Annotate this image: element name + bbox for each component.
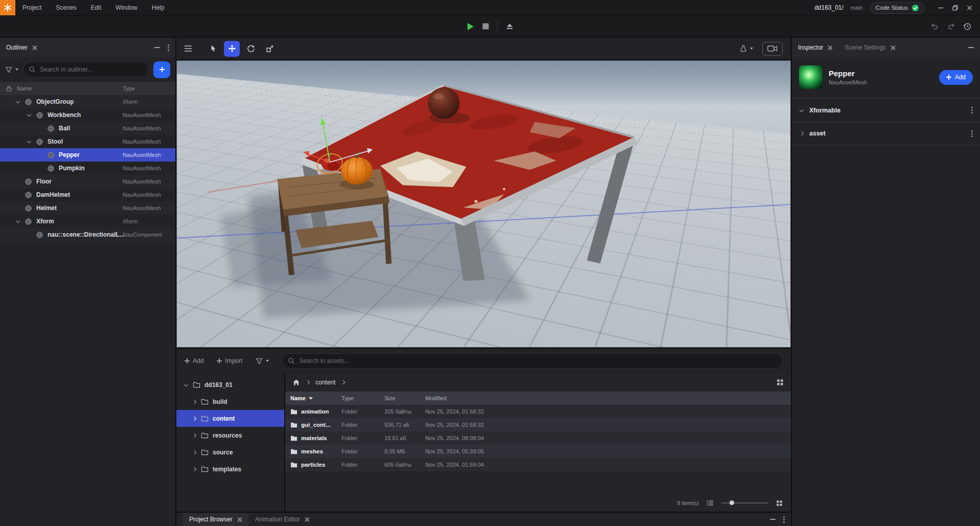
outliner-row[interactable]: Xform Xform <box>0 215 175 228</box>
import-asset-button[interactable]: Import <box>217 357 242 364</box>
outliner-search-input[interactable] <box>23 62 149 77</box>
expand-icon[interactable] <box>192 450 197 455</box>
code-status-badge[interactable]: Code Status <box>870 2 925 14</box>
add-component-button[interactable]: Add <box>939 70 973 85</box>
viewport-3d[interactable] <box>176 60 791 348</box>
move-tool-button[interactable] <box>224 41 240 57</box>
close-icon[interactable] <box>891 45 895 50</box>
grid-view-button[interactable] <box>777 379 784 386</box>
file-row[interactable]: meshes Folder 8,05 МБ Nov 25, 2024, 05:3… <box>285 445 791 458</box>
outliner-row[interactable]: Workbench NauAssetMesh <box>0 108 175 122</box>
column-header-name[interactable]: Name <box>17 85 32 92</box>
outliner-row[interactable]: Stool NauAssetMesh <box>0 135 175 148</box>
inspector-section[interactable]: asset <box>792 122 980 145</box>
viewport-menu-button[interactable] <box>185 48 192 49</box>
file-row[interactable]: particles Folder 605 байты Nov 25, 2024,… <box>285 458 791 471</box>
outliner-row[interactable]: nau::scene::DirectionalL... NauComponent <box>0 228 175 241</box>
minimize-button[interactable] <box>934 1 947 14</box>
expand-icon[interactable] <box>15 219 20 224</box>
collapse-browser-button[interactable] <box>770 519 776 520</box>
expand-icon[interactable] <box>27 139 32 144</box>
file-row[interactable]: gui_cont... Folder 536,71 кБ Nov 25, 202… <box>285 418 791 431</box>
panel-tab[interactable]: Animation Editor <box>248 513 316 526</box>
play-button[interactable] <box>467 22 474 31</box>
app-logo-icon[interactable] <box>0 0 15 15</box>
expand-icon[interactable] <box>799 131 804 136</box>
expand-icon[interactable] <box>38 166 43 171</box>
folder-tree-item[interactable]: source <box>176 444 284 461</box>
close-icon[interactable] <box>32 45 37 50</box>
column-modified[interactable]: Modified <box>425 395 791 401</box>
slider-handle[interactable] <box>730 500 734 505</box>
asset-search-input[interactable] <box>282 353 783 369</box>
inspector-section[interactable]: Xformable <box>792 98 980 122</box>
close-icon[interactable] <box>237 517 242 522</box>
folder-tree-item[interactable]: content <box>176 410 284 427</box>
expand-icon[interactable] <box>192 399 197 404</box>
scale-tool-button[interactable] <box>262 41 278 57</box>
file-row[interactable]: materials Folder 19,61 кБ Nov 25, 2024, … <box>285 431 791 445</box>
collapse-inspector-button[interactable] <box>968 47 974 48</box>
eject-button[interactable] <box>506 23 513 30</box>
expand-icon[interactable] <box>38 126 43 131</box>
stop-button[interactable] <box>482 23 489 30</box>
folder-tree-item[interactable]: dd163_01 <box>176 376 284 393</box>
restore-button[interactable] <box>948 1 962 14</box>
panel-menu-button[interactable] <box>168 47 169 49</box>
outliner-row[interactable]: Pepper NauAssetMesh <box>0 148 175 162</box>
menu-item[interactable]: Help <box>145 0 172 15</box>
outliner-row[interactable]: ObjectGroup Xform <box>0 95 175 108</box>
list-view-button[interactable] <box>706 500 714 506</box>
rotate-tool-button[interactable] <box>243 41 259 57</box>
expand-icon[interactable] <box>15 205 20 211</box>
home-button[interactable] <box>292 379 300 386</box>
asset-thumbnail[interactable] <box>799 65 823 89</box>
expand-icon[interactable] <box>38 152 43 157</box>
inspector-tab[interactable]: Inspector <box>798 44 832 51</box>
close-icon[interactable] <box>828 45 832 50</box>
breadcrumb-item[interactable]: content <box>315 379 335 386</box>
add-object-button[interactable] <box>153 61 170 78</box>
expand-icon[interactable] <box>27 112 32 118</box>
expand-icon[interactable] <box>799 108 804 113</box>
menu-item[interactable]: Project <box>15 0 49 15</box>
outliner-row[interactable]: Ball NauAssetMesh <box>0 122 175 135</box>
column-size[interactable]: Size <box>384 395 425 401</box>
asset-filter-button[interactable] <box>256 358 269 364</box>
render-settings-button[interactable] <box>740 45 753 53</box>
expand-icon[interactable] <box>27 232 32 237</box>
add-asset-button[interactable]: Add <box>185 357 203 364</box>
camera-button[interactable] <box>762 42 783 56</box>
outliner-row[interactable]: Floor NauAssetMesh <box>0 175 175 188</box>
expand-icon[interactable] <box>184 382 189 387</box>
column-type[interactable]: Type <box>341 395 384 401</box>
column-name[interactable]: Name <box>290 395 341 401</box>
menu-item[interactable]: Scenes <box>49 0 83 15</box>
menu-item[interactable]: Window <box>108 0 145 15</box>
expand-icon[interactable] <box>192 467 197 472</box>
file-row[interactable]: animation Folder 205 байты Nov 25, 2024,… <box>285 405 791 418</box>
inspector-tab[interactable]: Scene Settings <box>845 44 895 51</box>
column-header-type[interactable]: Type <box>123 85 135 92</box>
outliner-row[interactable]: Helmet NauAssetMesh <box>0 201 175 215</box>
section-menu-icon[interactable] <box>971 133 973 134</box>
menu-item[interactable]: Edit <box>83 0 108 15</box>
expand-icon[interactable] <box>15 99 20 104</box>
redo-button[interactable] <box>947 22 955 30</box>
thumbnail-view-button[interactable] <box>776 500 783 507</box>
thumbnail-size-slider[interactable] <box>721 500 768 506</box>
expand-icon[interactable] <box>15 179 20 184</box>
section-menu-icon[interactable] <box>971 109 973 111</box>
panel-tab[interactable]: Project Browser <box>183 513 248 526</box>
select-tool-button[interactable] <box>205 41 221 57</box>
expand-icon[interactable] <box>192 416 197 421</box>
close-button[interactable] <box>963 1 976 14</box>
outliner-row[interactable]: Pumpkin NauAssetMesh <box>0 162 175 175</box>
folder-tree-item[interactable]: resources <box>176 427 284 444</box>
folder-tree-item[interactable]: build <box>176 393 284 410</box>
outliner-filter-button[interactable] <box>5 66 18 73</box>
close-icon[interactable] <box>305 517 309 522</box>
expand-icon[interactable] <box>15 192 20 197</box>
outliner-row[interactable]: DamHelmet NauAssetMesh <box>0 188 175 201</box>
undo-button[interactable] <box>930 22 939 30</box>
